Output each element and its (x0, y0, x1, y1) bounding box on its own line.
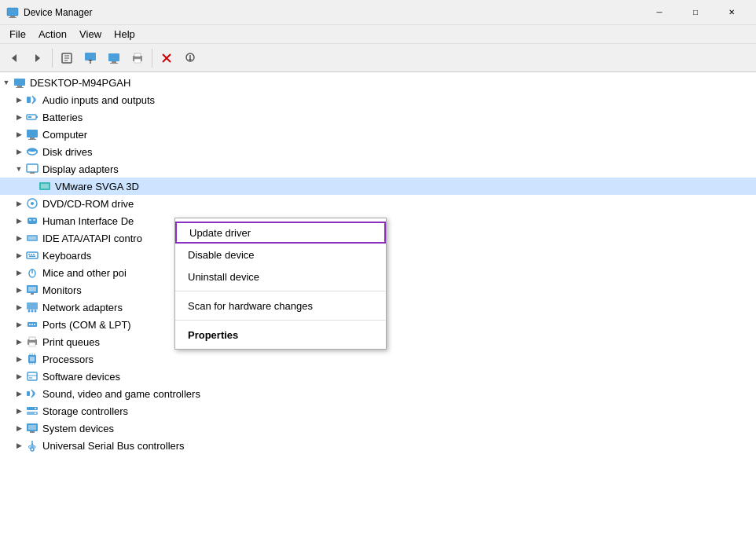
close-button[interactable]: ✕ (714, 0, 750, 25)
tree-item-dvd[interactable]: ▶ DVD/CD-ROM drive (0, 195, 756, 212)
svg-rect-9 (85, 53, 96, 60)
svg-rect-52 (33, 254, 35, 255)
ctx-disable-device[interactable]: Disable device (175, 244, 386, 266)
display-toggle[interactable]: ▼ (13, 163, 25, 175)
tree-item-sound[interactable]: ▶ Sound, video and game controllers (0, 385, 756, 402)
svg-rect-24 (17, 86, 22, 87)
print-button[interactable] (127, 47, 149, 69)
vmware-toggle (25, 180, 38, 192)
svg-point-89 (35, 412, 36, 414)
svg-rect-14 (110, 63, 118, 64)
svg-rect-12 (108, 53, 119, 61)
audio-label: Audio inputs and outputs (42, 94, 155, 106)
network-toggle[interactable]: ▶ (13, 301, 25, 313)
dvd-toggle[interactable]: ▶ (13, 197, 25, 210)
ide-toggle[interactable]: ▶ (13, 232, 25, 244)
systemdevices-label: System devices (42, 423, 114, 434)
properties-button[interactable] (56, 47, 78, 69)
batteries-toggle[interactable]: ▶ (13, 111, 25, 123)
tree-root[interactable]: ▼ DESKTOP-M94PGAH (0, 74, 756, 91)
ctx-properties[interactable]: Properties (175, 324, 386, 346)
device-manager-button[interactable] (103, 47, 125, 69)
app-icon (6, 6, 19, 19)
printqueues-toggle[interactable]: ▶ (13, 335, 25, 348)
svg-rect-50 (28, 254, 30, 255)
sound-label: Sound, video and game controllers (42, 388, 200, 400)
update-driver-button[interactable] (79, 47, 101, 69)
audio-icon (25, 93, 39, 107)
diskdrives-toggle[interactable]: ▶ (13, 145, 25, 158)
ide-icon (25, 231, 39, 245)
back-button[interactable] (3, 47, 25, 69)
menu-action[interactable]: Action (32, 27, 73, 42)
ctx-disable-device-label: Disable device (188, 249, 255, 261)
processors-toggle[interactable]: ▶ (13, 353, 25, 365)
monitors-label: Monitors (42, 284, 82, 296)
tree-item-softwaredevices[interactable]: ▶ Software devices (0, 368, 756, 385)
toolbar-sep-1 (52, 49, 53, 68)
svg-rect-45 (33, 219, 35, 221)
tree-item-display[interactable]: ▼ Display adapters (0, 160, 756, 178)
svg-rect-31 (30, 137, 35, 139)
usb-toggle[interactable]: ▶ (13, 439, 25, 452)
keyboards-toggle[interactable]: ▶ (13, 249, 25, 262)
systemdevices-icon (25, 421, 39, 435)
usb-label: Universal Serial Bus controllers (42, 440, 185, 452)
batteries-label: Batteries (42, 112, 83, 123)
mice-toggle[interactable]: ▶ (13, 266, 25, 279)
svg-rect-28 (36, 116, 38, 118)
ports-label: Ports (COM & LPT) (42, 319, 131, 331)
tree-item-systemdevices[interactable]: ▶ System devices (0, 420, 756, 437)
systemdevices-toggle[interactable]: ▶ (13, 422, 25, 434)
storage-toggle[interactable]: ▶ (13, 405, 25, 417)
ctx-update-driver[interactable]: Update driver (175, 222, 386, 244)
menu-file[interactable]: File (3, 27, 32, 42)
svg-rect-91 (28, 425, 36, 430)
scan-button[interactable] (179, 47, 201, 69)
maximize-button[interactable]: □ (677, 0, 714, 25)
tree-item-usb[interactable]: ▶ Universal Serial Bus controllers (0, 437, 756, 454)
ctx-properties-label: Properties (188, 329, 238, 341)
tree-item-diskdrives[interactable]: ▶ Disk drives (0, 143, 756, 160)
ctx-uninstall-device[interactable]: Uninstall device (175, 266, 386, 288)
processors-label: Processors (42, 354, 94, 365)
svg-rect-37 (27, 164, 38, 172)
tree-item-batteries[interactable]: ▶ Batteries (0, 108, 756, 126)
root-toggle[interactable]: ▼ (0, 76, 13, 89)
svg-rect-72 (29, 337, 35, 340)
computer-icon (25, 127, 39, 141)
minimize-button[interactable]: ─ (641, 0, 677, 25)
tree-item-storage[interactable]: ▶ Storage controllers (0, 402, 756, 420)
menu-view[interactable]: View (73, 27, 108, 42)
svg-rect-59 (31, 293, 34, 295)
svg-point-98 (31, 448, 34, 451)
ctx-scan-hardware[interactable]: Scan for hardware changes (175, 295, 386, 317)
sound-toggle[interactable]: ▶ (13, 387, 25, 400)
network-label: Network adapters (42, 302, 123, 313)
svg-point-42 (31, 202, 34, 205)
hid-toggle[interactable]: ▶ (13, 214, 25, 227)
tree-item-computer[interactable]: ▶ Computer (0, 126, 756, 143)
context-menu: Update driver Disable device Uninstall d… (174, 218, 387, 350)
ctx-sep-2 (175, 320, 386, 321)
svg-marker-3 (12, 54, 17, 62)
tree-item-vmware[interactable]: VMware SVGA 3D (0, 178, 756, 195)
tree-item-processors[interactable]: ▶ Processors (0, 350, 756, 368)
uninstall-button[interactable] (156, 47, 178, 69)
svg-point-88 (35, 408, 36, 409)
ports-toggle[interactable]: ▶ (13, 318, 25, 331)
monitors-toggle[interactable]: ▶ (13, 284, 25, 296)
mice-icon (25, 266, 39, 280)
svg-point-69 (31, 324, 33, 325)
display-icon (25, 162, 39, 176)
ctx-update-driver-label: Update driver (189, 227, 251, 239)
processors-icon (25, 352, 39, 366)
audio-toggle[interactable]: ▶ (13, 93, 25, 106)
softwaredevices-toggle[interactable]: ▶ (13, 370, 25, 383)
menu-help[interactable]: Help (108, 27, 141, 42)
svg-rect-32 (28, 139, 36, 140)
tree-item-audio[interactable]: ▶ Audio inputs and outputs (0, 91, 756, 108)
forward-button[interactable] (27, 47, 49, 69)
svg-rect-0 (7, 8, 18, 16)
computer-toggle[interactable]: ▶ (13, 128, 25, 141)
